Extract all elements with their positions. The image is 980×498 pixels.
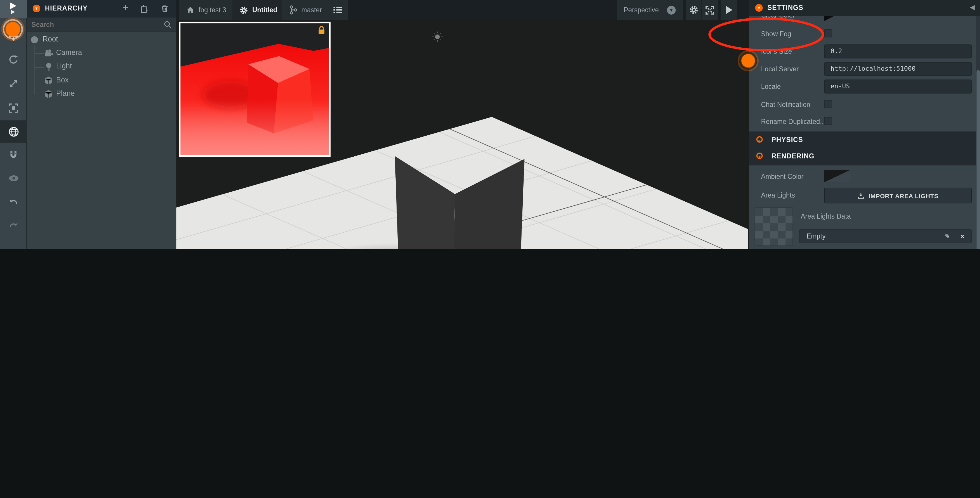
camera-mode-value: Perspective: [624, 6, 659, 13]
gear-icon: [239, 6, 248, 14]
redo-icon: [8, 221, 19, 231]
camera-preview-render: [180, 23, 329, 155]
entity-icon: [31, 36, 38, 43]
gear-icon: [689, 5, 698, 14]
tree-item-label: Light: [56, 62, 72, 70]
frame-selection-icon: [8, 103, 19, 113]
move-tool-button[interactable]: [0, 26, 27, 46]
physics-toggle-icon: ▸: [756, 136, 763, 143]
tab-scene[interactable]: fog test 3: [179, 0, 233, 20]
hierarchy-collapse-toggle[interactable]: ▾: [33, 5, 40, 12]
tree-item-root[interactable]: Root: [27, 34, 177, 47]
viewport-tab-bar: fog test 3 Untitled master: [177, 0, 749, 20]
camera-mode-dropdown[interactable]: Perspective ▼: [617, 0, 683, 20]
undo-icon: [8, 198, 19, 208]
area-lights-data-field[interactable]: Empty ✎ ×: [799, 229, 972, 243]
area-lights-data-thumbnail[interactable]: [754, 208, 793, 246]
logo-block[interactable]: [0, 0, 27, 18]
tree-item-label: Camera: [56, 48, 82, 57]
settings-panel: Clear Color ▾ SETTINGS ◀ Show Fog Icons …: [749, 0, 980, 249]
undo-button[interactable]: [0, 193, 27, 213]
settings-collapse-toggle[interactable]: ▾: [755, 4, 763, 12]
delete-entity-button[interactable]: [160, 4, 169, 13]
rendering-section-header[interactable]: ▾ RENDERING: [749, 148, 980, 165]
ambient-color-label: Ambient Color: [761, 173, 803, 180]
scene-list-button[interactable]: [327, 0, 348, 20]
list-icon: [333, 6, 342, 14]
local-server-input[interactable]: http://localhost:51000: [824, 62, 972, 76]
copy-icon-back: [142, 6, 146, 13]
ambient-color-swatch[interactable]: [824, 170, 850, 182]
rotate-tool-button[interactable]: [0, 49, 27, 70]
globe-tool-button[interactable]: [0, 121, 27, 142]
physics-title: PHYSICS: [772, 136, 803, 143]
launch-play-button[interactable]: [721, 0, 737, 20]
light-probe-button[interactable]: [0, 246, 27, 249]
import-icon: [858, 192, 864, 199]
hierarchy-panel: ▾ HIERARCHY + Root: [27, 0, 177, 249]
search-icon: [164, 21, 172, 29]
camera-icon: [44, 49, 54, 58]
tab-label: fog test 3: [199, 6, 226, 13]
plane-icon: [44, 89, 53, 99]
tree-item-label: Plane: [56, 89, 75, 97]
light-icon: [45, 62, 53, 72]
camera-preview[interactable]: [179, 22, 331, 156]
chat-notification-checkbox[interactable]: [824, 100, 832, 108]
tab-label: Untitled: [252, 6, 277, 13]
hierarchy-search-input[interactable]: [30, 19, 159, 30]
tree-item-light[interactable]: Light: [27, 60, 177, 73]
eye-icon: [8, 173, 19, 184]
scale-tool-button[interactable]: [0, 73, 27, 94]
rename-duplicated-label: Rename Duplicated...: [761, 118, 826, 125]
area-lights-data-label: Area Lights Data: [801, 213, 851, 220]
tree-item-camera[interactable]: Camera: [27, 47, 177, 60]
tree-item-box[interactable]: Box: [27, 74, 177, 88]
panel-collapse-icon[interactable]: ◀: [970, 3, 975, 11]
tree-item-label: Root: [43, 35, 58, 43]
visibility-tool-button[interactable]: [0, 168, 27, 188]
expand-icon: [705, 6, 714, 14]
globe-icon: [8, 126, 19, 137]
import-area-lights-button[interactable]: IMPORT AREA LIGHTS: [824, 188, 972, 203]
viewport-3d[interactable]: CHAT Plane: [177, 20, 749, 249]
playcanvas-editor: ? ▾ HIERARCHY +: [0, 0, 980, 249]
import-area-lights-label: IMPORT AREA LIGHTS: [869, 192, 938, 199]
home-icon: [186, 6, 194, 14]
scale-icon: [8, 78, 19, 89]
redo-button[interactable]: [0, 216, 27, 236]
rendering-toggle-icon: ▾: [756, 153, 763, 159]
box-icon: [44, 76, 53, 86]
locale-input[interactable]: en-US: [824, 80, 972, 94]
edit-pencil-icon[interactable]: ✎: [945, 230, 950, 243]
hierarchy-search-bar: [27, 18, 177, 32]
add-entity-button[interactable]: +: [123, 2, 129, 13]
icons-size-input[interactable]: 0.2: [824, 45, 972, 59]
snap-tool-button[interactable]: [0, 145, 27, 165]
lock-icon: [318, 26, 325, 35]
tab-label: master: [301, 6, 322, 13]
duplicate-entity-button[interactable]: [142, 5, 150, 13]
rename-duplicated-checkbox[interactable]: [824, 117, 832, 125]
hierarchy-title: HIERARCHY: [45, 5, 88, 12]
icons-size-label: Icons Size: [761, 48, 792, 55]
tab-untitled[interactable]: Untitled: [232, 0, 285, 20]
viewport-settings-button[interactable]: [686, 0, 702, 20]
tab-branch[interactable]: master: [282, 0, 329, 20]
tree-item-plane[interactable]: Plane: [27, 88, 177, 101]
move-icon: [8, 31, 19, 42]
clear-field-icon[interactable]: ×: [961, 230, 964, 243]
settings-header: ▾ SETTINGS ◀: [749, 0, 980, 16]
magnet-icon: [8, 150, 19, 160]
frame-selection-button[interactable]: [0, 98, 27, 118]
hierarchy-header: ▾ HIERARCHY +: [27, 0, 177, 18]
physics-section-header[interactable]: ▸ PHYSICS: [749, 131, 980, 148]
rendering-title: RENDERING: [772, 153, 815, 160]
show-fog-label: Show Fog: [761, 30, 791, 37]
show-fog-checkbox[interactable]: [824, 29, 832, 37]
local-server-label: Local Server: [761, 65, 799, 72]
chat-notification-label: Chat Notification: [761, 101, 810, 108]
settings-scrollbar-thumb[interactable]: [976, 70, 980, 249]
rotate-icon: [8, 54, 19, 65]
fullscreen-button[interactable]: [702, 0, 718, 20]
